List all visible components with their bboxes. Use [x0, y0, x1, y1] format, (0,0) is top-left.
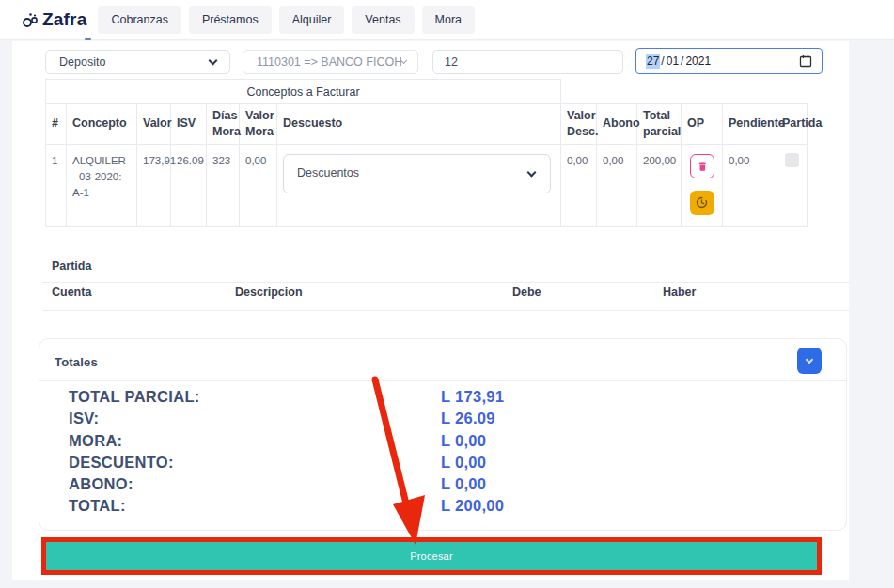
col-header-abono: Abono: [597, 104, 637, 145]
cell-num: 1: [46, 144, 67, 226]
total-label: TOTAL:: [69, 497, 126, 515]
total-label: DESCUENTO:: [69, 454, 174, 472]
partida-checkbox[interactable]: [785, 153, 799, 167]
col-header-valor-mora: Valor Mora: [240, 104, 277, 145]
col-header-valor: Valor: [137, 104, 171, 145]
table-row: 1 ALQUILER - 03-2020: A-1 173,91 26.09 3…: [46, 144, 808, 226]
chevron-down-icon: [806, 356, 813, 364]
chevron-down-icon: [209, 56, 218, 66]
total-label: MORA:: [69, 432, 122, 450]
chevron-down-icon: [400, 57, 407, 64]
date-day-segment[interactable]: 27: [646, 54, 660, 69]
calendar-icon[interactable]: [799, 54, 812, 68]
document-number-input[interactable]: [433, 55, 622, 69]
procesar-button[interactable]: Procesar: [46, 542, 817, 570]
document-number-field: [432, 50, 623, 74]
totals-list: TOTAL PARCIAL: L 173,91 ISV: L 26.09 MOR…: [39, 386, 846, 518]
col-header-dias-mora: Días Mora: [207, 104, 240, 145]
bank-account-select[interactable]: 1110301 => BANCO FICOHSA: [243, 50, 418, 74]
total-row: ABONO: L 0,00: [39, 473, 846, 495]
tab-ventas[interactable]: Ventas: [352, 6, 414, 34]
partida-col-cuenta: Cuenta: [52, 286, 91, 299]
total-value: L 173,91: [441, 388, 504, 406]
divider: [42, 310, 849, 311]
deposit-type-value: Deposito: [46, 55, 210, 69]
partida-col-haber: Haber: [663, 286, 696, 299]
total-row: TOTAL: L 200,00: [39, 495, 846, 517]
cell-total-parcial: 200,00: [637, 144, 682, 226]
main-content: Deposito 1110301 => BANCO FICOHSA 27 / 0…: [12, 41, 849, 580]
total-value: L 0,00: [441, 432, 486, 450]
col-header-isv: ISV: [171, 104, 207, 145]
cutoff-element-fragment: [85, 38, 91, 40]
total-row: ISV: L 26.09: [39, 408, 846, 429]
col-header-valor-desc: Valor Desc.: [561, 104, 597, 145]
totales-title: Totales: [55, 355, 98, 369]
deposit-type-select[interactable]: Deposito: [45, 50, 230, 74]
brand-logo: Zafra: [21, 9, 86, 30]
col-header-total-parcial: Total parcial: [637, 104, 682, 145]
cell-descuento: Descuentos: [277, 144, 561, 226]
col-header-descuento: Descuesto: [277, 104, 561, 145]
total-row: DESCUENTO: L 0,00: [39, 452, 846, 473]
total-label: ABONO:: [69, 475, 133, 493]
history-button[interactable]: [690, 191, 714, 215]
trash-icon: [696, 160, 709, 173]
total-label: ISV:: [69, 410, 99, 427]
cell-abono: 0,00: [597, 144, 637, 226]
col-header-op: OP: [682, 104, 723, 145]
tab-prestamos[interactable]: Préstamos: [189, 6, 272, 34]
collapse-button[interactable]: [797, 348, 822, 374]
total-label: TOTAL PARCIAL:: [69, 388, 200, 406]
top-navigation-bar: Zafra Cobranzas Préstamos Alquiler Venta…: [0, 0, 894, 40]
discount-select-value: Descuentos: [284, 164, 528, 182]
discount-select[interactable]: Descuentos: [283, 154, 551, 193]
cell-concepto: ALQUILER - 03-2020: A-1: [67, 144, 137, 226]
tab-mora[interactable]: Mora: [422, 6, 475, 34]
col-header-pendiente: Pendiente: [723, 104, 776, 145]
col-header-num: #: [46, 104, 67, 145]
cell-valor-mora: 0,00: [240, 144, 277, 226]
chevron-down-icon: [527, 167, 537, 177]
divider: [39, 380, 846, 381]
brand-name: Zafra: [42, 9, 86, 30]
partida-col-debe: Debe: [512, 286, 541, 299]
invoice-table: Conceptos a Facturar # Concepto Valor IS…: [45, 79, 808, 227]
cell-valor-desc: 0,00: [561, 144, 597, 226]
cell-partida: [776, 144, 808, 226]
date-input[interactable]: 27 / 01 / 2021: [635, 48, 823, 74]
history-clock-icon: [695, 195, 709, 209]
total-value: L 26.09: [441, 410, 495, 427]
group-header-conceptos: Conceptos a Facturar: [46, 80, 561, 104]
totales-card: Totales TOTAL PARCIAL: L 173,91 ISV: L 2…: [39, 338, 847, 531]
total-value: L 0,00: [441, 475, 486, 493]
total-row: MORA: L 0,00: [39, 430, 846, 452]
cell-valor: 173,91: [137, 144, 171, 226]
bank-account-value: 1110301 => BANCO FICOHSA: [243, 55, 401, 69]
date-year-segment[interactable]: 2021: [684, 54, 712, 69]
tab-alquiler[interactable]: Alquiler: [279, 6, 345, 34]
total-value: L 200,00: [441, 497, 504, 515]
cell-pendiente: 0,00: [723, 144, 776, 226]
partida-col-descripcion: Descripcion: [235, 286, 303, 299]
tab-cobranzas[interactable]: Cobranzas: [98, 6, 180, 34]
col-header-concepto: Concepto: [67, 104, 137, 145]
main-nav: Cobranzas Préstamos Alquiler Ventas Mora: [98, 6, 475, 34]
cell-isv: 26.09: [171, 144, 207, 226]
cell-dias-mora: 323: [207, 144, 240, 226]
annotation-highlight-box: Procesar: [41, 537, 822, 575]
total-value: L 0,00: [441, 454, 486, 472]
date-month-segment[interactable]: 01: [666, 54, 680, 69]
total-row: TOTAL PARCIAL: L 173,91: [39, 386, 846, 408]
partida-section-title: Partida: [52, 259, 91, 272]
zafra-logo-icon: [21, 9, 39, 30]
divider: [42, 282, 849, 283]
cell-op: [682, 144, 723, 226]
delete-button[interactable]: [690, 154, 714, 178]
